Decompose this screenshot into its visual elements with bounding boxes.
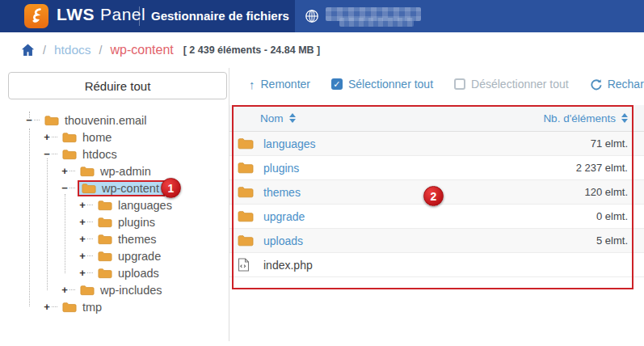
table-row[interactable]: upgrade 0 elmt. [229,205,644,229]
arrow-up-icon: ↑ [249,78,255,91]
tree-node[interactable]: home [60,130,116,145]
folder-icon [82,183,96,194]
folder-icon [80,285,95,296]
tree-node[interactable]: tmp [60,300,106,314]
table-row[interactable]: uploads 5 elmt. [229,229,644,253]
toolbar-button[interactable]: ↑ ✓ + Recharger [579,78,644,91]
file-name-link[interactable]: themes [263,186,301,199]
tree-node[interactable]: htdocs [60,147,121,162]
file-code-icon [238,258,250,272]
tree-item[interactable]: + upgrade [10,247,226,264]
tree-connector [87,222,93,222]
folder-icon [98,200,112,211]
tree-connector [87,205,93,205]
tree-expander-icon[interactable]: + [60,166,69,176]
tree-item[interactable]: + themes [10,230,226,247]
tree-node[interactable]: plugins [95,215,159,230]
tree-connector [87,255,93,256]
table-row[interactable]: index.php [229,253,644,277]
file-name-link[interactable]: upgrade [263,210,305,223]
tree-node[interactable]: languages [95,198,176,213]
tree-item-label: wp-admin [100,165,151,178]
tree-item[interactable]: + wp-admin [10,162,226,179]
table-header: Nom Nb. d'éléments [229,105,644,132]
tree-item[interactable]: − thouvenin.email [10,112,226,129]
toolbar-button[interactable]: ↑ ✓ + Remonter [238,78,321,91]
tree-item[interactable]: + wp-includes [10,281,226,298]
tree-item-label: themes [118,233,157,246]
tree-expander-icon[interactable]: + [42,302,52,312]
checkbox-checked-icon: ✓ [331,78,343,90]
toolbar-button-label: Désélectionner tout [471,78,569,91]
folder-icon [98,217,112,228]
toolbar-button[interactable]: ↑ ✓ + Désélectionner tout [444,78,579,91]
tree-item-label: wp-content [102,182,159,195]
folder-icon [98,234,112,245]
tree-node[interactable]: wp-includes [78,283,166,297]
tree-expander-icon[interactable]: + [78,217,87,227]
tree-item-label: upgrade [118,250,161,263]
sort-icon[interactable] [621,113,628,123]
tree-node[interactable]: themes [95,232,161,247]
tree-node[interactable]: wp-content [78,180,165,196]
toolbar-button-label: Remonter [261,78,310,91]
tree-expander-icon[interactable]: + [78,234,87,244]
annotation-step-1-badge: 1 [161,178,181,198]
tree-connector [52,137,57,137]
tree-expander-icon[interactable]: − [42,149,52,159]
column-header-count[interactable]: Nb. d'éléments [543,112,616,124]
tree-expander-icon[interactable]: + [60,285,69,295]
tree-expander-icon[interactable]: − [24,115,34,125]
sort-icon[interactable] [289,113,296,123]
column-header-name[interactable]: Nom [260,112,284,124]
tree-item[interactable]: − wp-content 1 [10,179,226,196]
breadcrumb-separator: / [43,44,46,57]
tree-connector [87,272,93,273]
collapse-all-button[interactable]: Réduire tout [8,72,227,99]
table-row[interactable]: plugins 2 237 elmt. [229,156,644,180]
breadcrumb-summary: [ 2 439 éléments - 24.84 MB ] [183,44,321,56]
tree-item-label: languages [118,199,172,212]
element-count: 71 elmt. [591,137,628,150]
folder-icon [238,162,254,174]
file-name-link[interactable]: languages [263,137,316,150]
tree-expander-icon[interactable]: − [60,183,69,193]
toolbar-button[interactable]: ↑ ✓ + Sélectionner tout [321,78,444,91]
tree-item[interactable]: + uploads [10,264,226,281]
tree-expander-icon[interactable]: + [42,132,52,142]
tree-node[interactable]: upgrade [95,249,165,264]
toolbar-button-label: Recharger [608,78,644,91]
globe-icon[interactable] [305,9,319,23]
folder-icon [62,302,77,313]
tree-connector [52,306,57,307]
tree-node[interactable]: uploads [95,266,163,281]
home-icon[interactable] [21,44,35,57]
breadcrumb: / htdocs / wp-content [ 2 439 éléments -… [0,32,644,68]
tree-item[interactable]: + plugins [10,213,226,230]
tree-expander-icon[interactable]: + [78,268,87,278]
folder-icon [238,137,254,150]
tree-item[interactable]: + languages [10,196,226,213]
tree-expander-icon[interactable]: + [78,200,87,210]
element-count: 120 elmt. [585,186,628,198]
lws-logo[interactable] [24,4,48,28]
folder-icon [98,251,112,262]
tree-connector [87,238,93,239]
file-name-link[interactable]: plugins [263,162,299,175]
annotation-step-2-badge: 2 [423,186,444,206]
tree-item[interactable]: + home [10,129,226,146]
tree-expander-icon[interactable]: + [78,251,87,261]
folder-icon [62,132,77,143]
refresh-icon [590,78,602,91]
breadcrumb-item-htdocs[interactable]: htdocs [54,43,91,57]
tree-item-label: plugins [118,216,155,229]
tree-node[interactable]: thouvenin.email [42,113,151,128]
file-name-link[interactable]: uploads [263,234,303,247]
element-count: 5 elmt. [596,234,628,247]
file-name-link[interactable]: index.php [263,259,313,272]
tree-item[interactable]: − htdocs [10,146,226,162]
tree-node[interactable]: wp-admin [78,164,155,179]
breadcrumb-item-current[interactable]: wp-content [110,43,173,57]
table-row[interactable]: languages 71 elmt. [229,132,644,156]
tree-item[interactable]: + tmp [10,298,226,315]
